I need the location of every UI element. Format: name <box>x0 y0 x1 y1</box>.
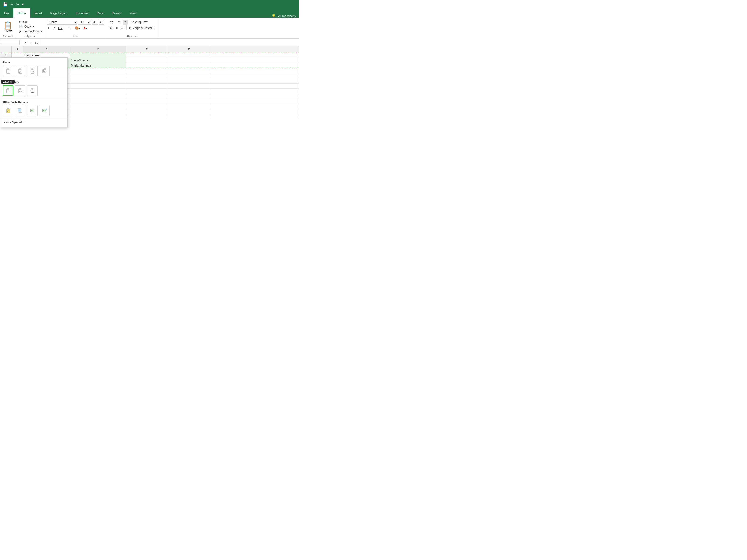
cell-d13[interactable] <box>126 114 168 119</box>
paste-keep-source-button[interactable] <box>39 65 50 76</box>
tab-insert[interactable]: Insert <box>30 8 46 18</box>
wrap-text-button[interactable]: ↵ Wrap Text <box>130 20 149 25</box>
cell-a1[interactable] <box>12 53 23 58</box>
cell-d10[interactable] <box>126 99 168 104</box>
cell-d4[interactable] <box>126 68 168 73</box>
cell-c10[interactable] <box>70 99 126 104</box>
cell-d5[interactable] <box>126 73 168 78</box>
merge-center-button[interactable]: ⊡ Merge & Center ▾ <box>128 25 156 31</box>
more-icon[interactable]: ▾ <box>21 2 25 7</box>
col-header-a[interactable]: A <box>12 46 23 53</box>
cell-e1[interactable] <box>168 53 210 58</box>
align-top-center-button[interactable]: ≡↑ <box>116 20 123 25</box>
paste-dropdown-arrow[interactable]: ▾ <box>11 29 12 32</box>
font-increase-button[interactable]: A↑ <box>92 20 98 25</box>
format-painter-button[interactable]: 🖌 Format Painter <box>18 29 43 34</box>
align-top-left-button[interactable]: ≡↖ <box>108 20 116 25</box>
paste-special-button[interactable]: Paste Special... <box>0 119 68 125</box>
align-top-right-button[interactable]: ≡ <box>123 20 128 25</box>
paste-picture-button[interactable] <box>27 105 37 116</box>
copy-button[interactable]: 📄 Copy ▾ <box>18 24 43 29</box>
paste-formulas-button[interactable]: fx <box>15 65 25 76</box>
formula-confirm-button[interactable]: ✓ <box>28 40 34 45</box>
cell-e8[interactable] <box>168 89 210 94</box>
bold-button[interactable]: B <box>47 26 52 30</box>
cell-d11[interactable] <box>126 104 168 109</box>
align-right-button[interactable]: ➡ <box>120 25 125 31</box>
align-center-button[interactable]: ≡ <box>114 25 119 31</box>
tell-me-bar[interactable]: 💡 Tell me what y <box>269 14 299 18</box>
col-header-c[interactable]: C <box>70 46 126 53</box>
cell-e2[interactable] <box>168 58 210 63</box>
font-decrease-button[interactable]: A↓ <box>99 20 104 25</box>
cell-c3[interactable]: Maria Martinez <box>70 63 126 68</box>
cell-c4[interactable] <box>70 68 126 73</box>
cell-e5[interactable] <box>168 73 210 78</box>
cell-c13[interactable] <box>70 114 126 119</box>
tab-file[interactable]: File <box>0 8 13 18</box>
cell-c11[interactable] <box>70 104 126 109</box>
cell-e3[interactable] <box>168 63 210 68</box>
col-header-d[interactable]: D <box>126 46 168 53</box>
paste-formatting-button[interactable]: % <box>3 105 13 116</box>
tab-data[interactable]: Data <box>93 8 107 18</box>
cell-c8[interactable] <box>70 89 126 94</box>
cell-e7[interactable] <box>168 83 210 88</box>
formula-cancel-button[interactable]: ✕ <box>23 40 28 45</box>
cell-d8[interactable] <box>126 89 168 94</box>
paste-button[interactable]: 📋 Paste ▾ <box>2 21 14 33</box>
copy-dropdown-arrow[interactable]: ▾ <box>33 25 34 28</box>
font-name-select[interactable]: Calibri <box>47 20 77 25</box>
cell-e11[interactable] <box>168 104 210 109</box>
cell-b1[interactable]: Last Name <box>23 53 70 58</box>
cell-c1[interactable] <box>70 53 126 58</box>
paste-values-number-format-button[interactable]: %123 <box>15 85 25 96</box>
cell-c6[interactable] <box>70 78 126 83</box>
cell-d3[interactable] <box>126 63 168 68</box>
tab-formulas[interactable]: Formulas <box>72 8 93 18</box>
undo-icon[interactable]: ↩ <box>9 2 14 7</box>
tab-home[interactable]: Home <box>13 8 30 18</box>
paste-values-source-format-button[interactable]: fx 123 <box>27 85 37 96</box>
col-header-e[interactable]: E <box>168 46 210 53</box>
cell-e10[interactable] <box>168 99 210 104</box>
font-color-button[interactable]: A▾ <box>82 26 88 30</box>
cell-d12[interactable] <box>126 109 168 114</box>
col-header-b[interactable]: B <box>23 46 70 53</box>
cell-e4[interactable] <box>168 68 210 73</box>
cell-e13[interactable] <box>168 114 210 119</box>
cell-c5[interactable] <box>70 73 126 78</box>
font-size-select[interactable]: 11 <box>78 20 91 25</box>
cell-e12[interactable] <box>168 109 210 114</box>
cut-button[interactable]: ✂ Cut <box>18 20 43 24</box>
cell-c2[interactable]: Joe Williams <box>70 58 126 63</box>
underline-button[interactable]: U ▾ <box>57 26 63 30</box>
save-icon[interactable]: 💾 <box>2 2 8 7</box>
cell-c12[interactable] <box>70 109 126 114</box>
paste-link-button[interactable] <box>15 105 25 116</box>
borders-button[interactable]: ⊞▾ <box>67 26 73 30</box>
tab-page-layout[interactable]: Page Layout <box>46 8 72 18</box>
italic-button[interactable]: I <box>53 26 56 30</box>
row-number-1[interactable]: 1 <box>0 53 12 58</box>
cell-d7[interactable] <box>126 83 168 88</box>
tab-view[interactable]: View <box>126 8 141 18</box>
align-left-button[interactable]: ⬅ <box>108 25 114 31</box>
cell-d2[interactable] <box>126 58 168 63</box>
tab-review[interactable]: Review <box>107 8 126 18</box>
paste-linked-picture-button[interactable] <box>39 105 50 116</box>
cell-c9[interactable] <box>70 94 126 99</box>
name-box[interactable] <box>1 40 20 45</box>
cell-e9[interactable] <box>168 94 210 99</box>
paste-normal-button[interactable] <box>3 65 13 76</box>
cell-c7[interactable] <box>70 83 126 88</box>
cell-d9[interactable] <box>126 94 168 99</box>
paste-values-button[interactable]: 123 Values (V) <box>3 85 13 96</box>
cell-e6[interactable] <box>168 78 210 83</box>
redo-icon[interactable]: ↪ <box>15 2 20 7</box>
cell-d6[interactable] <box>126 78 168 83</box>
fill-color-button[interactable]: 🎨▾ <box>74 26 81 30</box>
paste-formulas-number-format-button[interactable]: %fx <box>27 65 37 76</box>
formula-input[interactable] <box>42 40 298 45</box>
cell-d1[interactable] <box>126 53 168 58</box>
